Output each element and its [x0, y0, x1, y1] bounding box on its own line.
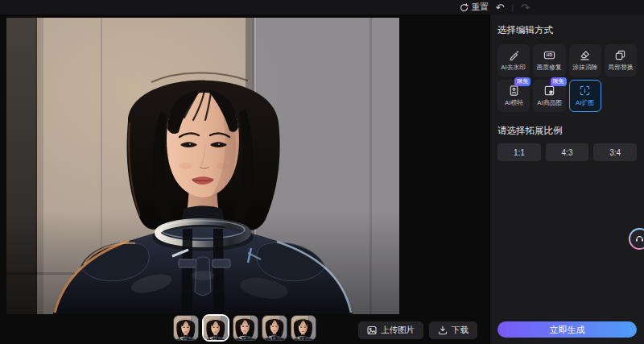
tool-ai-model[interactable]: 限免 AI模特 [497, 80, 530, 112]
preview-image [6, 18, 399, 314]
tool-label: AI扩图 [576, 98, 594, 107]
ratio-4-3[interactable]: 4:3 [546, 143, 589, 161]
assistant-icon [630, 230, 644, 248]
ratio-options: 1:1 4:3 3:4 [497, 143, 637, 161]
thumbnail-4[interactable] [262, 315, 287, 341]
main-area: 上传图片 下载 选择编辑方式 [0, 15, 644, 344]
download-button[interactable]: 下载 [429, 321, 477, 339]
thumbnail-5[interactable] [291, 315, 316, 341]
tool-ai-product-image[interactable]: 限免 AI商品图 [533, 80, 565, 112]
tool-grid: AI去水印 HD 画质修复 涂抹消除 [497, 44, 637, 112]
canvas-area: 上传图片 下载 [0, 15, 489, 344]
upload-image-button[interactable]: 上传图片 [358, 321, 423, 339]
history-controls: 重置 ↶ | ↷ [460, 2, 530, 13]
ratio-title: 请选择拓展比例 [497, 125, 637, 137]
app-window: 重置 ↶ | ↷ [0, 0, 644, 344]
limited-free-badge: 限免 [551, 77, 567, 86]
tool-label: 画质修复 [537, 63, 562, 72]
bottom-actions: 上传图片 下载 [358, 321, 477, 339]
undo-icon: ↶ [496, 2, 505, 13]
tool-ai-watermark-remove[interactable]: AI去水印 [497, 44, 530, 77]
generate-button[interactable]: 立即生成 [497, 321, 637, 338]
edit-panel: 选择编辑方式 AI去水印 HD 画质修复 [489, 15, 644, 344]
limited-free-badge: 限免 [514, 77, 530, 86]
upload-image-label: 上传图片 [381, 325, 415, 336]
svg-text:HD: HD [547, 52, 553, 57]
thumbnail-2-selected[interactable] [202, 314, 229, 342]
eraser-icon [579, 49, 591, 61]
tool-label: 局部替换 [608, 63, 633, 72]
topbar-divider: | [511, 3, 514, 12]
hd-repair-icon: HD [543, 49, 555, 61]
reset-icon [460, 3, 469, 12]
tool-smudge-erase[interactable]: 涂抹消除 [569, 44, 601, 77]
canvas-bottom-bar: 上传图片 下载 [0, 313, 489, 344]
thumbnail-strip [173, 314, 316, 342]
thumbnail-1[interactable] [173, 315, 199, 341]
redo-icon: ↷ [521, 2, 530, 13]
redo-button[interactable]: ↷ [521, 2, 530, 13]
expand-image-icon [579, 85, 591, 97]
watermark-remove-icon [508, 49, 520, 61]
tool-label: 涂抹消除 [572, 63, 597, 72]
edit-method-title: 选择编辑方式 [497, 24, 637, 36]
thumbnail-3[interactable] [233, 315, 258, 341]
ratio-3-4[interactable]: 3:4 [593, 143, 637, 161]
undo-button[interactable]: ↶ [496, 2, 505, 13]
tool-label: AI去水印 [502, 63, 526, 72]
replace-icon [614, 49, 626, 61]
reset-button[interactable]: 重置 [460, 2, 489, 13]
reset-label: 重置 [472, 2, 489, 13]
model-icon [508, 85, 520, 97]
product-image-icon [543, 85, 555, 97]
topbar: 重置 ↶ | ↷ [0, 0, 644, 15]
download-label: 下载 [452, 325, 469, 336]
tool-partial-replace[interactable]: 局部替换 [605, 44, 637, 77]
ratio-1-1[interactable]: 1:1 [497, 143, 541, 161]
tool-ai-expand-image[interactable]: AI扩图 [569, 80, 601, 112]
tool-label: AI商品图 [537, 98, 562, 107]
upload-image-icon [367, 325, 377, 335]
download-icon [438, 325, 448, 335]
tool-quality-repair[interactable]: HD 画质修复 [533, 44, 565, 77]
tool-label: AI模特 [505, 98, 523, 107]
